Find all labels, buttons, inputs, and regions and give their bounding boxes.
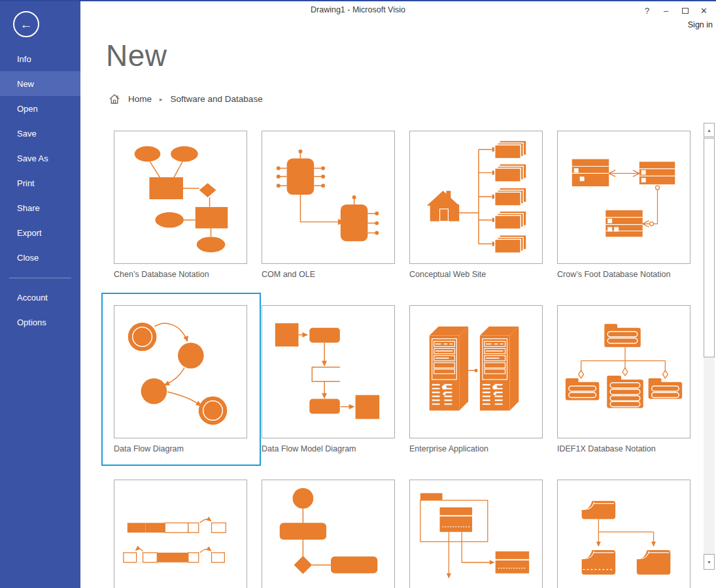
- help-icon[interactable]: ?: [638, 3, 656, 18]
- template-thumbnail: [557, 131, 690, 264]
- template-tile-unlabeled-1[interactable]: [114, 480, 248, 588]
- sidebar-divider: [9, 278, 71, 278]
- template-tile-chens-database-notation[interactable]: Chen’s Database Notation: [114, 131, 248, 279]
- entity-tables-crows-foot-icon: [558, 131, 690, 263]
- template-thumbnail: [262, 131, 395, 264]
- segmented-bars-icon: [114, 480, 247, 588]
- scrollbar-up-button[interactable]: ▲: [704, 123, 715, 137]
- left-arrow-icon: ←: [20, 18, 33, 31]
- template-thumbnail: [114, 305, 247, 438]
- scrollbar-thumb[interactable]: [704, 138, 715, 357]
- sidebar-item-export[interactable]: Export: [0, 220, 80, 245]
- sidebar-item-close[interactable]: Close: [0, 245, 80, 270]
- breadcrumb-separator-icon: ▸: [160, 96, 163, 103]
- back-button[interactable]: ←: [13, 11, 39, 37]
- template-label: Data Flow Diagram: [114, 444, 248, 453]
- window-title: Drawing1 - Microsoft Visio: [0, 5, 716, 14]
- boxes-and-data-store-icon: [262, 306, 394, 438]
- scrollbar-track[interactable]: [704, 357, 715, 554]
- sidebar-item-options[interactable]: Options: [0, 310, 80, 335]
- circles-and-curved-arrows-icon: [114, 306, 247, 438]
- template-thumbnail: [262, 480, 395, 588]
- server-towers-icon: [410, 306, 542, 438]
- template-label: Data Flow Model Diagram: [262, 444, 396, 453]
- template-label: Crow’s Foot Database Notation: [557, 270, 692, 279]
- entity-relationship-shapes-icon: [114, 131, 247, 263]
- home-icon: [109, 93, 120, 105]
- template-tile-unlabeled-3[interactable]: [409, 480, 544, 588]
- template-tile-com-and-ole[interactable]: COM and OLE: [262, 131, 396, 279]
- template-thumbnail: [409, 480, 543, 588]
- window-top-border: [0, 0, 716, 1]
- sidebar-item-save-as[interactable]: Save As: [0, 146, 80, 171]
- scrollbar-down-button[interactable]: ▼: [704, 554, 715, 570]
- scroll-down-icon: ▼: [707, 560, 711, 564]
- sidebar-item-open[interactable]: Open: [0, 96, 80, 121]
- template-tile-idef1x-database-notation[interactable]: IDEF1X Database Notation: [557, 305, 692, 453]
- backstage-sidebar: ← Info New Open Save Save As Print Share…: [0, 0, 80, 588]
- template-label: Chen’s Database Notation: [114, 270, 248, 279]
- template-tile-unlabeled-2[interactable]: [262, 480, 396, 588]
- template-tile-unlabeled-4[interactable]: [557, 480, 692, 588]
- template-thumbnail: [409, 305, 543, 438]
- template-tile-conceptual-web-site[interactable]: Conceptual Web Site: [409, 131, 544, 279]
- breadcrumb-home[interactable]: Home: [128, 94, 152, 104]
- template-tile-crows-foot-database-notation[interactable]: Crow’s Foot Database Notation: [557, 131, 692, 279]
- template-label: Conceptual Web Site: [409, 270, 544, 279]
- breadcrumb-category: Software and Database: [171, 94, 263, 104]
- template-thumbnail: [409, 131, 543, 264]
- template-label: IDEF1X Database Notation: [557, 444, 692, 453]
- close-icon[interactable]: ✕: [694, 3, 713, 18]
- sidebar-item-new[interactable]: New: [0, 71, 80, 96]
- template-label: COM and OLE: [262, 270, 396, 279]
- template-thumbnail: [262, 305, 395, 438]
- sidebar-item-info[interactable]: Info: [0, 46, 80, 71]
- template-thumbnail: [114, 480, 247, 588]
- template-thumbnail: [557, 480, 690, 588]
- house-and-page-stacks-icon: [410, 131, 542, 263]
- package-class-diagram-icon: [410, 480, 542, 588]
- com-chip-shapes-icon: [262, 131, 394, 263]
- minimize-icon[interactable]: –: [656, 3, 675, 18]
- sign-in-link[interactable]: Sign in: [688, 20, 713, 29]
- template-thumbnail: [557, 305, 690, 438]
- template-tile-enterprise-application[interactable]: Enterprise Application: [409, 305, 544, 453]
- page-title: New: [106, 38, 167, 73]
- sidebar-item-account[interactable]: Account: [0, 285, 80, 310]
- template-grid: Chen’s Database Notation COM and OLE: [114, 131, 692, 588]
- flowchart-shapes-icon: [262, 480, 394, 588]
- template-tile-data-flow-diagram[interactable]: Data Flow Diagram: [114, 305, 248, 453]
- sidebar-item-print[interactable]: Print: [0, 171, 80, 195]
- template-label: Enterprise Application: [409, 444, 544, 453]
- template-thumbnail: [114, 131, 247, 264]
- notched-shapes-tree-icon: [558, 480, 690, 588]
- sidebar-item-share[interactable]: Share: [0, 195, 80, 220]
- scroll-up-icon: ▲: [707, 128, 711, 133]
- maximize-icon[interactable]: [675, 3, 694, 18]
- folder-tree-icon: [558, 306, 690, 438]
- breadcrumb: Home ▸ Software and Database: [109, 93, 263, 105]
- window-controls: ? – ✕: [638, 3, 713, 18]
- template-tile-data-flow-model-diagram[interactable]: Data Flow Model Diagram: [262, 305, 396, 453]
- sidebar-item-save[interactable]: Save: [0, 121, 80, 146]
